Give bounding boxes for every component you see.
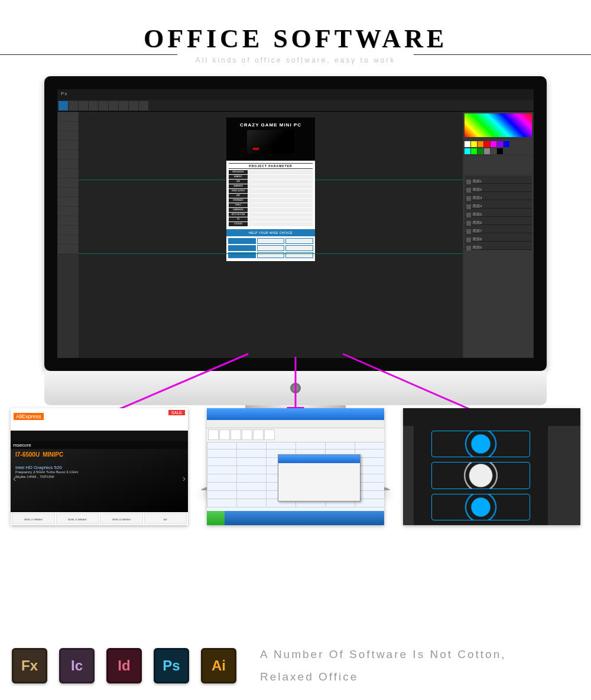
swatch[interactable]: [484, 148, 490, 154]
photoshop-toolbar[interactable]: [57, 112, 79, 358]
stamp-tool-icon[interactable]: [58, 178, 78, 187]
toolbar-btn[interactable]: [253, 429, 264, 440]
color-panel[interactable]: [463, 112, 533, 138]
shape-tool-icon[interactable]: [58, 226, 78, 235]
afterfx-right-panel[interactable]: [548, 426, 580, 525]
swatch[interactable]: [504, 141, 509, 147]
layer-row[interactable]: 图层9: [465, 242, 532, 250]
layers-panel[interactable]: 图层1图层2图层3图层4图层5图层6图层7图层8图层9: [463, 174, 533, 357]
category-card[interactable]: INTEL I5 SERIES: [100, 513, 143, 524]
spreadsheet-grid[interactable]: [207, 442, 384, 507]
tool-option[interactable]: [109, 101, 118, 110]
spec-label: TYPE-C: [229, 203, 248, 207]
tool-option[interactable]: [129, 101, 138, 110]
aliexpress-logo[interactable]: AliExpress: [14, 413, 44, 420]
photoshop-menubar[interactable]: Ps: [57, 89, 534, 100]
layer-row[interactable]: 图层7: [465, 225, 532, 233]
toolbar-btn[interactable]: [230, 429, 241, 440]
swatches-panel[interactable]: [463, 139, 533, 155]
layer-row[interactable]: 图层4: [465, 200, 532, 209]
swatch[interactable]: [465, 141, 470, 147]
swatch[interactable]: [465, 148, 470, 154]
afterfx-toolbar[interactable]: [403, 408, 580, 426]
category-card[interactable]: INT: [144, 513, 187, 524]
zoom-tool-icon[interactable]: [58, 245, 78, 253]
photoshop-options-bar[interactable]: [57, 100, 534, 112]
tool-option[interactable]: [139, 101, 148, 110]
dialog-titlebar[interactable]: [278, 455, 360, 463]
color-spectrum[interactable]: [465, 113, 532, 137]
layer-row[interactable]: 图层5: [465, 209, 532, 217]
start-button[interactable]: [207, 511, 225, 525]
swatch[interactable]: [491, 141, 496, 147]
hand-tool-icon[interactable]: [58, 235, 78, 244]
afterfx-composition[interactable]: [414, 426, 548, 525]
tool-option[interactable]: [99, 101, 108, 110]
swatch[interactable]: [471, 141, 477, 147]
toolbar-btn[interactable]: [242, 429, 252, 440]
swatch[interactable]: [491, 148, 496, 154]
tool-option[interactable]: [69, 101, 78, 110]
tool-option[interactable]: [89, 101, 98, 110]
crop-tool-icon[interactable]: [58, 150, 78, 159]
chevron-left-icon[interactable]: ‹: [13, 473, 16, 484]
eye-icon[interactable]: [466, 204, 471, 209]
toolbar-btn[interactable]: [219, 429, 230, 440]
swatch[interactable]: [497, 148, 503, 154]
dialog-box[interactable]: [278, 454, 361, 502]
site-nav[interactable]: [11, 431, 188, 441]
thumbnails-row: AliExpress SALE msecore I7-6500U MINIPC …: [0, 408, 591, 525]
move-tool-icon[interactable]: [58, 112, 78, 121]
layer-row[interactable]: 图层6: [465, 217, 532, 225]
marquee-tool-icon[interactable]: [58, 122, 78, 131]
layer-row[interactable]: 图层2: [465, 184, 532, 192]
excel-menubar[interactable]: [207, 420, 384, 428]
eye-icon[interactable]: [466, 213, 471, 217]
eye-icon[interactable]: [466, 196, 471, 201]
layer-row[interactable]: 图层1: [465, 175, 532, 184]
swatch[interactable]: [471, 148, 477, 154]
windows-taskbar[interactable]: [207, 511, 384, 525]
adjustments-panel[interactable]: [463, 156, 533, 174]
gradient-tool-icon[interactable]: [58, 197, 78, 206]
eye-icon[interactable]: [466, 246, 471, 250]
category-strip[interactable]: INTEL I7 SERIESINTEL I5 SERIESINTEL I5 S…: [11, 512, 188, 525]
thumbnail-afterfx[interactable]: [403, 408, 580, 525]
layer-row[interactable]: 图层3: [465, 192, 532, 200]
category-card[interactable]: INTEL I7 SERIES: [12, 513, 55, 524]
swatch[interactable]: [497, 141, 503, 147]
lasso-tool-icon[interactable]: [58, 131, 78, 140]
hud-element: [431, 462, 530, 489]
brush-tool-icon[interactable]: [58, 169, 78, 178]
eyedropper-tool-icon[interactable]: [58, 159, 78, 168]
eraser-tool-icon[interactable]: [58, 188, 78, 197]
photoshop-panels[interactable]: 图层1图层2图层3图层4图层5图层6图层7图层8图层9: [463, 112, 534, 358]
toolbar-btn[interactable]: [208, 429, 219, 440]
thumbnail-browser[interactable]: AliExpress SALE msecore I7-6500U MINIPC …: [11, 408, 188, 525]
toolbar-btn[interactable]: [264, 429, 275, 440]
layer-row[interactable]: 图层8: [465, 233, 532, 242]
eye-icon[interactable]: [466, 237, 471, 242]
type-tool-icon[interactable]: [58, 216, 78, 225]
tool-option[interactable]: [79, 101, 88, 110]
eye-icon[interactable]: [466, 188, 471, 193]
chevron-right-icon[interactable]: ›: [183, 473, 186, 484]
photoshop-canvas[interactable]: CRAZY GAME MINI PC PROJECT PARAMETER PRO…: [79, 112, 463, 358]
category-card[interactable]: INTEL I5 SERIES: [56, 513, 99, 524]
swatch[interactable]: [478, 141, 483, 147]
eye-icon[interactable]: [466, 180, 471, 184]
swatch[interactable]: [484, 141, 490, 147]
eye-icon[interactable]: [466, 229, 471, 234]
excel-titlebar[interactable]: [207, 408, 384, 420]
thumbnail-spreadsheet[interactable]: [207, 408, 384, 525]
tool-option[interactable]: [119, 101, 128, 110]
swatch[interactable]: [478, 148, 483, 154]
canvas-document[interactable]: CRAZY GAME MINI PC PROJECT PARAMETER PRO…: [226, 118, 315, 261]
pen-tool-icon[interactable]: [58, 207, 78, 216]
eye-icon[interactable]: [466, 221, 471, 226]
spec-value: [248, 203, 313, 207]
layer-name: 图层1: [473, 180, 482, 183]
excel-toolbar[interactable]: [207, 428, 384, 442]
afterfx-left-panel[interactable]: [403, 426, 414, 525]
wand-tool-icon[interactable]: [58, 141, 78, 149]
